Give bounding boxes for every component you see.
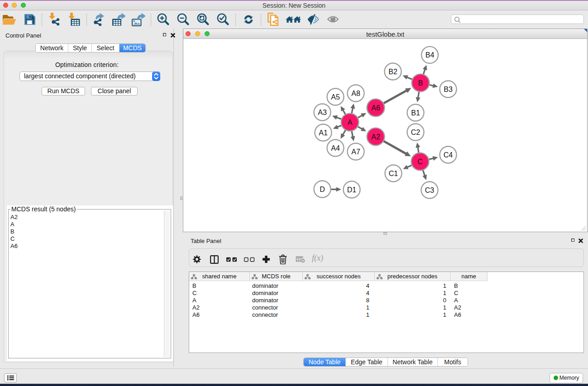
svg-text:B1: B1 [411,109,420,117]
svg-text:A2: A2 [371,133,380,141]
svg-text:A4: A4 [331,144,340,152]
svg-text:A6: A6 [371,104,380,112]
svg-text:C1: C1 [389,170,398,177]
svg-text:B4: B4 [425,51,435,59]
svg-text:A3: A3 [318,109,327,116]
svg-text:C4: C4 [444,151,453,159]
svg-text:A: A [348,119,353,126]
svg-text:B2: B2 [388,68,397,76]
svg-text:B: B [418,79,423,87]
svg-text:A7: A7 [351,148,360,156]
svg-text:C2: C2 [411,129,421,136]
svg-text:C: C [417,158,423,166]
svg-text:A8: A8 [351,90,360,97]
svg-text:B3: B3 [444,86,453,93]
svg-text:D1: D1 [347,186,357,194]
svg-text:C3: C3 [425,186,435,194]
svg-text:A5: A5 [331,93,340,101]
svg-text:D: D [320,186,325,193]
svg-text:A1: A1 [319,129,328,137]
